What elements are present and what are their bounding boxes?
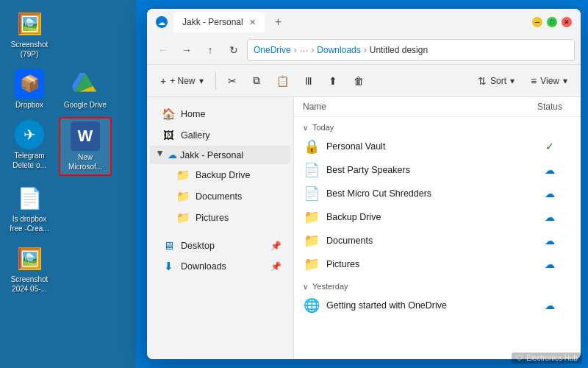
- sidebar-item-pictures[interactable]: 📁 Pictures: [150, 208, 290, 228]
- delete-button[interactable]: 🗑: [346, 69, 371, 93]
- desktop-icon-screenshot[interactable]: 🖼️ Screenshot (79P): [3, 6, 56, 62]
- backup-file-icon: 📁: [303, 209, 320, 225]
- home-icon: 🏠: [162, 107, 175, 121]
- paste-button[interactable]: 📋: [269, 69, 296, 93]
- expand-arrow-icon: ▶: [157, 151, 165, 160]
- documents-file-name: Documents: [326, 236, 522, 246]
- up-button[interactable]: ↑: [200, 40, 220, 60]
- pictures-file-name: Pictures: [326, 259, 522, 269]
- new-dropdown-icon: ▾: [199, 76, 204, 86]
- desktop-sidebar-icon: 🖥: [162, 239, 175, 252]
- documents-folder-icon: 📁: [176, 190, 190, 203]
- backup-file-status: ☁: [528, 211, 572, 223]
- desktop-icon-new-microsoft[interactable]: W New Microsof...: [59, 117, 112, 176]
- file-row-documents[interactable]: 📁 Documents ☁: [294, 229, 581, 252]
- breadcrumb-downloads[interactable]: Downloads: [317, 45, 360, 55]
- main-content: 🏠 Home 🖼 Gallery ▶ ☁ Jakk - Personal 📁 B…: [147, 97, 581, 359]
- best-micro-icon: 📄: [303, 185, 320, 202]
- share-icon: ⬆: [329, 75, 337, 87]
- new-button[interactable]: + + New ▾: [153, 69, 211, 93]
- yesterday-toggle[interactable]: ∨: [303, 283, 308, 291]
- watermark: 🛡 Electronics Hub: [512, 353, 582, 364]
- forward-button[interactable]: →: [176, 40, 197, 60]
- best-party-status: ☁: [528, 164, 572, 176]
- col-status-header: Status: [528, 102, 572, 112]
- desktop-icon-screenshot-2024[interactable]: 🖼️ Screenshot 2024 05-...: [3, 241, 56, 297]
- breadcrumb-sep2: ›: [311, 45, 314, 55]
- pictures-folder-icon: 📁: [176, 211, 190, 224]
- today-toggle[interactable]: ∨: [303, 124, 308, 132]
- rename-button[interactable]: Ⅲ: [298, 69, 320, 93]
- copy-button[interactable]: ⧉: [245, 69, 268, 93]
- sidebar-documents-label: Documents: [196, 191, 242, 202]
- sidebar-item-backup-drive[interactable]: 📁 Backup Drive: [150, 165, 290, 185]
- breadcrumb[interactable]: OneDrive › ··· › Downloads › Untitled de…: [247, 39, 575, 61]
- best-party-name: Best Party Speakers: [326, 165, 522, 175]
- best-party-icon: 📄: [303, 162, 320, 178]
- new-tab-button[interactable]: +: [270, 14, 286, 30]
- sidebar-item-jakk-personal[interactable]: ▶ ☁ Jakk - Personal: [150, 146, 290, 164]
- breadcrumb-onedrive[interactable]: OneDrive: [254, 45, 291, 55]
- refresh-button[interactable]: ↻: [223, 40, 244, 60]
- delete-icon: 🗑: [354, 75, 364, 87]
- share-button[interactable]: ⬆: [321, 69, 345, 93]
- desktop-icon-telegram[interactable]: ✈ Telegram Delete o...: [3, 117, 56, 176]
- watermark-icon: 🛡: [516, 354, 523, 362]
- backup-file-name: Backup Drive: [326, 212, 522, 222]
- sort-button[interactable]: ⇅ Sort ▾: [470, 69, 522, 93]
- tab-title: Jakk - Personal: [182, 17, 243, 27]
- minimize-button[interactable]: ─: [532, 17, 542, 27]
- section-today: ∨ Today: [294, 117, 581, 135]
- close-button[interactable]: ✕: [562, 17, 572, 27]
- breadcrumb-sep1: ›: [294, 45, 297, 55]
- breadcrumb-more[interactable]: ···: [300, 44, 309, 56]
- documents-file-status: ☁: [528, 235, 572, 247]
- file-row-best-micro[interactable]: 📄 Best Micro Cut Shredders ☁: [294, 182, 581, 205]
- pictures-file-status: ☁: [528, 258, 572, 270]
- file-row-pictures[interactable]: 📁 Pictures ☁: [294, 252, 581, 276]
- window-tab[interactable]: Jakk - Personal ✕: [173, 12, 265, 32]
- onedrive-icon: ☁: [156, 16, 168, 28]
- pictures-file-icon: 📁: [303, 256, 320, 272]
- desktop: 🖼️ Screenshot (79P) 📦 Dropbox Google Dri…: [0, 0, 136, 368]
- sidebar-item-downloads[interactable]: ⬇ Downloads 📌: [150, 256, 290, 277]
- file-row-backup-drive[interactable]: 📁 Backup Drive ☁: [294, 205, 581, 229]
- documents-file-icon: 📁: [303, 233, 320, 249]
- desktop-icon-google-drive[interactable]: Google Drive: [59, 66, 112, 113]
- maximize-button[interactable]: □: [547, 17, 557, 27]
- file-row-best-party[interactable]: 📄 Best Party Speakers ☁: [294, 158, 581, 182]
- file-row-personal-vault[interactable]: 🔒 Personal Vault ✓: [294, 135, 581, 158]
- sidebar-item-documents[interactable]: 📁 Documents: [150, 186, 290, 207]
- cut-button[interactable]: ✂: [220, 69, 244, 93]
- cut-icon: ✂: [228, 75, 237, 87]
- back-button[interactable]: ←: [153, 40, 173, 60]
- sidebar-item-home[interactable]: 🏠 Home: [150, 104, 290, 124]
- personal-vault-status: ✓: [528, 141, 572, 152]
- sidebar-item-home-label: Home: [181, 109, 205, 119]
- personal-vault-icon: 🔒: [303, 138, 320, 155]
- new-icon: +: [160, 75, 166, 87]
- address-bar: ← → ↑ ↻ OneDrive › ··· › Downloads › Unt…: [147, 35, 581, 65]
- new-label: + New: [170, 76, 195, 86]
- yesterday-label: Yesterday: [312, 282, 348, 291]
- window-controls: ─ □ ✕: [532, 17, 572, 27]
- getting-started-status: ☁: [528, 300, 572, 311]
- sidebar-item-gallery[interactable]: 🖼 Gallery: [150, 125, 290, 145]
- desktop-icon-dropbox[interactable]: 📦 Dropbox: [3, 66, 56, 113]
- sort-label: Sort: [490, 76, 506, 86]
- paste-icon: 📋: [276, 75, 289, 87]
- breadcrumb-sep3: ›: [364, 45, 367, 55]
- sidebar-item-desktop[interactable]: 🖥 Desktop 📌: [150, 236, 290, 255]
- toolbar-separator-1: [215, 72, 216, 90]
- file-row-getting-started[interactable]: 🌐 Getting started with OneDrive ☁: [294, 294, 581, 317]
- tab-close-button[interactable]: ✕: [249, 18, 256, 27]
- getting-started-name: Getting started with OneDrive: [326, 300, 522, 311]
- downloads-sidebar-icon: ⬇: [162, 260, 175, 273]
- sidebar-backup-label: Backup Drive: [196, 170, 250, 180]
- sidebar: 🏠 Home 🖼 Gallery ▶ ☁ Jakk - Personal 📁 B…: [147, 97, 294, 359]
- view-button[interactable]: ≡ View ▾: [523, 69, 575, 93]
- best-micro-name: Best Micro Cut Shredders: [326, 188, 522, 199]
- pin-icon: 📌: [270, 241, 282, 251]
- desktop-icon-is-dropbox[interactable]: 📄 Is dropbox free -Crea...: [3, 180, 56, 236]
- rename-icon: Ⅲ: [305, 75, 312, 87]
